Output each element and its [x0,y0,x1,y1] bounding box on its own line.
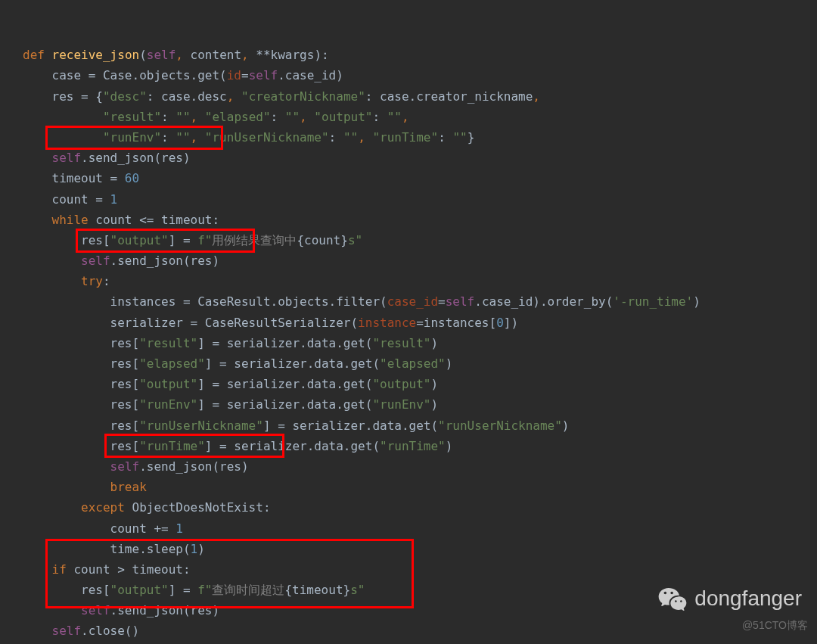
key-runenv: "runEnv" [103,130,161,145]
num-1: 1 [176,521,183,536]
keyword-while: while [52,213,89,227]
param-content: content [191,48,241,62]
send-json-call: .send_json(res) [110,603,220,618]
val-creator: : case.creator_nickname [365,89,533,104]
empty-str: "" [452,130,467,145]
count-assign: count = [52,192,110,207]
key: "result" [139,336,197,350]
send-json-call: .send_json(res) [110,254,220,268]
self-ref: self [52,151,82,165]
code-editor: def receive_json(self, content, **kwargs… [0,0,817,642]
send-json-call: .send_json(res) [81,151,191,165]
fstring-cn: 查询时间超过 [212,583,284,597]
self-ref: self [52,624,82,638]
keyword-def: def [23,48,45,62]
key-output: "output" [110,233,169,247]
fstring-tail: s" [350,583,365,597]
wechat-icon [657,583,688,614]
res-sub: res[ [110,418,140,433]
paren-open: ( [139,48,147,62]
val-desc: : case.desc [147,89,227,104]
fstring-tail: s" [348,233,362,247]
fstring-prefix: f" [197,233,212,247]
self-ref: self [110,459,140,474]
key-elapsed: "elapsed" [205,110,271,124]
idx: =instances[ [416,316,496,330]
key-result: "result" [103,110,161,124]
get: ] = serializer.data.get( [197,336,372,350]
num-1: 1 [110,192,118,207]
case-id-attr: .case_id) [278,68,343,82]
key: "runEnv" [139,397,197,412]
key-creator: "creatorNickname" [241,89,365,104]
sleep-call: time.sleep( [110,542,191,556]
close: ) [197,542,205,556]
arg: "runUserNickname" [438,418,562,433]
key: "elapsed" [139,356,205,371]
get: ] = serializer.data.get( [263,418,438,433]
self-ref: self [446,294,475,309]
serializer-assign: serializer = CaseResultSerializer( [110,316,359,330]
arg: "runTime" [380,439,446,453]
assign-case: case = Case.objects.get( [52,68,227,82]
close: ) [446,439,453,453]
keyword-break: break [110,480,147,494]
watermark: dongfanger [657,580,802,617]
key-runtime: "runTime" [372,130,438,145]
empty-str: "" [176,130,190,145]
sub-watermark: @51CTO博客 [742,617,808,635]
param-kwargs: **kwargs [256,48,314,62]
self-ref: self [81,603,110,618]
empty-str: "" [285,110,300,124]
res-sub: res[ [110,377,140,391]
res-sub: res[ [110,336,140,350]
kwarg-instance: instance [358,316,416,330]
key-desc: "desc" [103,89,147,104]
res-sub: res[ [81,583,110,597]
res-sub: res[ [110,439,140,453]
res-sub: res[ [110,397,140,412]
instances-assign: instances = CaseResult.objects.filter( [110,294,387,309]
str-runtime: '-run_time' [613,294,693,309]
timeout-assign: timeout = [52,171,125,185]
get: ] = serializer.data.get( [205,356,380,371]
close: ) [446,356,453,371]
keyword-try: try [81,274,103,288]
close: ) [562,418,570,433]
assign: ] = [169,233,198,247]
self-ref: self [249,68,278,82]
kwarg-caseid: case_id [387,294,438,309]
function-name: receive_json [52,48,140,62]
key: "runTime" [139,439,205,453]
get: ] = serializer.data.get( [205,439,380,453]
self-param: self [147,48,176,62]
fstring-expr: {count} [297,233,347,247]
get: ] = serializer.data.get( [197,397,372,412]
fstring-prefix: f" [197,583,212,597]
exception-name: ObjectDoesNotExist: [125,500,271,515]
fstring-cn: 用例结果查询中 [212,233,297,247]
empty-str: "" [387,110,402,124]
key-output: "output" [110,583,169,597]
arg: "runEnv" [372,397,430,412]
close-call: .close() [81,624,139,638]
empty-str: "" [343,130,358,145]
equals: = [241,68,249,82]
num-60: 60 [125,171,139,185]
keyword-if: if [52,562,67,577]
res-sub: res[ [110,356,140,371]
res-sub: res[ [81,233,110,247]
num-1: 1 [191,542,198,556]
if-cond: count > timeout: [67,562,191,577]
arg: "elapsed" [380,356,446,371]
empty-str: "" [176,110,190,124]
close: ]) [504,316,518,330]
paren-close: ): [314,48,328,62]
key-output: "output" [314,110,372,124]
while-cond: count <= timeout: [89,213,219,227]
count-inc: count += [110,521,176,536]
keyword-except: except [81,500,125,515]
close: ) [430,397,438,412]
res-assign: res = { [52,89,103,104]
orderby: .case_id).order_by( [474,294,613,309]
